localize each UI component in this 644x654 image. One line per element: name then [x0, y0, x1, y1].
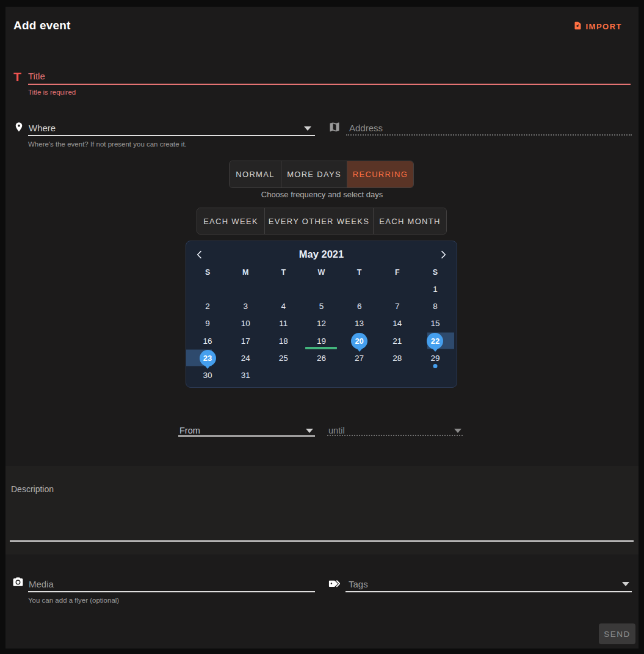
calendar-day-26[interactable]: 26: [302, 349, 340, 366]
until-time-select[interactable]: until: [328, 426, 345, 435]
from-underline: [178, 435, 315, 437]
calendar-day: [378, 367, 416, 384]
title-underline: [28, 84, 631, 85]
map-icon: [328, 121, 341, 136]
dow-wed: W: [302, 265, 340, 280]
calendar-day-headers: S M T W T F S: [189, 265, 454, 280]
calendar-day: [302, 280, 340, 297]
description-section: Description: [5, 466, 639, 554]
calendar-day-17[interactable]: 17: [226, 332, 264, 349]
calendar: May 2021 S M T W T F S: [186, 241, 457, 388]
calendar-day-6[interactable]: 6: [341, 297, 378, 314]
calendar-day-20-selected[interactable]: 20: [341, 332, 378, 349]
each-month-button[interactable]: EACH MONTH: [373, 208, 446, 234]
calendar-day: [189, 280, 226, 297]
calendar-day-2[interactable]: 2: [189, 297, 226, 314]
from-dropdown-arrow-icon[interactable]: [306, 429, 313, 433]
calendar-day-25[interactable]: 25: [264, 349, 302, 366]
calendar-day-1[interactable]: 1: [416, 280, 454, 297]
add-event-panel: Add event IMPORT T Title Title is requir…: [5, 7, 639, 649]
calendar-day-28[interactable]: 28: [378, 349, 416, 366]
calendar-week-3: 9 10 11 12 13 14 15: [189, 315, 454, 332]
calendar-day-9[interactable]: 9: [189, 315, 226, 332]
calendar-day-11[interactable]: 11: [264, 315, 302, 332]
calendar-day-24[interactable]: 24: [226, 349, 264, 366]
calendar-day-30[interactable]: 30: [189, 367, 226, 384]
media-helper-text: You can add a flyer (optional): [28, 597, 119, 604]
where-select[interactable]: Where: [29, 123, 56, 133]
frequency-button-group: EACH WEEK EVERY OTHER WEEKS EACH MONTH: [197, 208, 447, 234]
frequency-caption: Choose frequency and select days: [5, 190, 639, 199]
calendar-day-21[interactable]: 21: [378, 332, 416, 349]
calendar-day-15[interactable]: 15: [416, 315, 454, 332]
title-input[interactable]: Title: [28, 71, 45, 81]
tags-select[interactable]: Tags: [349, 579, 368, 589]
calendar-day-27[interactable]: 27: [341, 349, 378, 366]
calendar-month-title: May 2021: [186, 249, 457, 260]
calendar-week-2: 2 3 4 5 6 7 8: [189, 297, 454, 314]
calendar-day: [378, 280, 416, 297]
dow-thu: T: [341, 265, 378, 280]
where-dropdown-arrow-icon[interactable]: [304, 126, 311, 131]
calendar-week-4: 16 17 18 19 20 21 22: [189, 332, 454, 349]
each-week-button[interactable]: EACH WEEK: [197, 208, 264, 234]
camera-icon: [12, 576, 24, 590]
description-textarea[interactable]: Description: [11, 484, 54, 494]
calendar-day-12[interactable]: 12: [302, 315, 340, 332]
calendar-day-4[interactable]: 4: [264, 297, 302, 314]
add-event-page: Add event IMPORT T Title Title is requir…: [0, 0, 644, 654]
selected-day-balloon[interactable]: 22: [427, 333, 443, 349]
calendar-day-8[interactable]: 8: [416, 297, 454, 314]
address-input[interactable]: Address: [349, 123, 383, 133]
from-time-select[interactable]: From: [179, 426, 200, 435]
calendar-day: [341, 367, 378, 384]
calendar-day-13[interactable]: 13: [341, 315, 378, 332]
send-button[interactable]: SEND: [599, 623, 635, 644]
dow-fri: F: [378, 265, 416, 280]
calendar-day-29-marked[interactable]: 29: [416, 349, 454, 366]
tags-icon: [328, 576, 342, 593]
where-underline: [28, 135, 315, 136]
calendar-day: [416, 367, 454, 384]
calendar-week-5: 23 24 25 26 27 28 29: [189, 349, 454, 366]
dow-tue: T: [264, 265, 302, 280]
tab-normal[interactable]: NORMAL: [230, 161, 281, 187]
calendar-day-16[interactable]: 16: [189, 332, 226, 349]
until-dropdown-arrow-icon: [454, 429, 461, 433]
tags-dropdown-arrow-icon[interactable]: [622, 582, 629, 586]
where-helper-text: Where's the event? If not present you ca…: [28, 140, 187, 148]
calendar-day: [302, 367, 340, 384]
event-type-tab-group: NORMAL MORE DAYS RECURRING: [229, 161, 414, 188]
calendar-day: [264, 367, 302, 384]
title-error-text: Title is required: [28, 89, 76, 96]
selected-day-balloon[interactable]: 20: [351, 333, 367, 349]
tab-more-days[interactable]: MORE DAYS: [281, 161, 347, 187]
file-import-icon: [573, 20, 582, 33]
selected-day-balloon[interactable]: 23: [200, 350, 216, 366]
calendar-day-10[interactable]: 10: [226, 315, 264, 332]
calendar-day-31[interactable]: 31: [226, 367, 264, 384]
media-input[interactable]: Media: [29, 579, 54, 589]
title-icon: T: [13, 70, 21, 84]
calendar-day-19-today[interactable]: 19: [302, 332, 340, 349]
calendar-day-3[interactable]: 3: [226, 297, 264, 314]
calendar-day-18[interactable]: 18: [264, 332, 302, 349]
calendar-day: [341, 280, 378, 297]
calendar-grid: 1 2 3 4 5 6 7 8 9 10 11 12 13 14: [189, 280, 454, 384]
calendar-next-month-icon[interactable]: [436, 248, 450, 261]
tab-recurring[interactable]: RECURRING: [347, 161, 413, 187]
calendar-day-7[interactable]: 7: [378, 297, 416, 314]
calendar-week-1: 1: [189, 280, 454, 297]
calendar-day: [226, 280, 264, 297]
description-underline: [10, 540, 634, 542]
dow-sat: S: [416, 265, 454, 280]
calendar-day: [264, 280, 302, 297]
import-label: IMPORT: [585, 22, 622, 31]
every-other-weeks-button[interactable]: EVERY OTHER WEEKS: [264, 208, 373, 234]
calendar-day-14[interactable]: 14: [378, 315, 416, 332]
import-button[interactable]: IMPORT: [573, 20, 622, 33]
calendar-day-5[interactable]: 5: [302, 297, 340, 314]
address-underline: [346, 134, 632, 136]
media-underline: [28, 591, 315, 592]
tags-underline: [346, 591, 632, 592]
